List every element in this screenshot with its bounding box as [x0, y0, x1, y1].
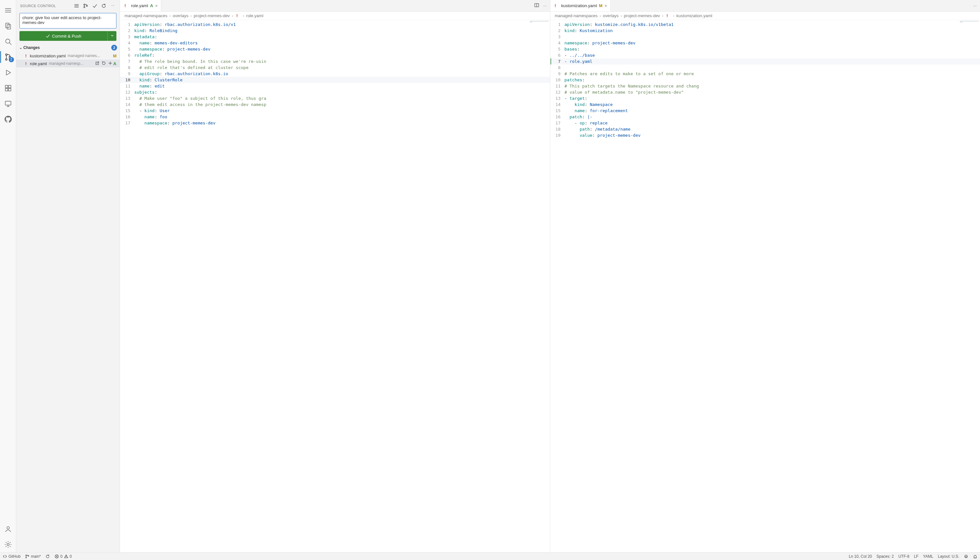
breadcrumb-separator: › — [190, 13, 192, 18]
editor-tab[interactable]: !role.yamlA× — [120, 0, 161, 11]
line-number: 18 — [550, 126, 564, 132]
branch-action-icon[interactable] — [83, 3, 88, 8]
code-content: name: edit — [134, 83, 550, 89]
code-content: patch: |- — [564, 114, 980, 120]
code-line: 11 name: edit — [120, 83, 550, 89]
svg-rect-13 — [5, 88, 8, 91]
code-content: namespace: project-memes-dev — [134, 120, 550, 126]
line-number: 17 — [550, 120, 564, 126]
status-layout[interactable]: Layout: U.S. — [938, 554, 959, 559]
svg-rect-14 — [8, 88, 11, 91]
minimap[interactable]: ██ ████ ██ █ ███ ██ ████ █ ██ ███ ██ █ █… — [960, 21, 979, 50]
status-branch[interactable]: main* — [25, 554, 41, 559]
code-line: 10 kind: ClusterRole — [120, 77, 550, 83]
tab-filename: kustomization.yaml — [561, 3, 597, 8]
breadcrumb-segment: role.yaml — [246, 13, 263, 18]
code-line: 3 — [550, 34, 980, 40]
line-number: 14 — [550, 102, 564, 108]
code-content: - kind: User — [134, 108, 550, 114]
code-line: 12# value of metadata.name to "project-m… — [550, 89, 980, 95]
stage-icon[interactable] — [108, 61, 112, 67]
more-icon[interactable]: ··· — [543, 3, 547, 8]
line-number: 19 — [550, 132, 564, 138]
status-errors: 0 — [60, 554, 63, 559]
open-file-icon[interactable] — [95, 61, 100, 67]
minimap[interactable]: ██ ████ ██ █ ███ ██ ████ █ ██ ███ ██ █ █… — [530, 21, 549, 50]
yaml-file-icon: ! — [123, 3, 127, 8]
yaml-file-icon: ! — [235, 13, 239, 18]
changes-list: !kustomization.yamlmanaged-names...M!rol… — [16, 52, 120, 67]
status-feedback-icon[interactable] — [964, 554, 968, 559]
menu-icon[interactable] — [0, 3, 16, 18]
code-line: 12subjects: — [120, 89, 550, 95]
code-editor[interactable]: 1apiVersion: kustomize.config.k8s.io/v1b… — [550, 20, 980, 552]
discard-icon[interactable] — [102, 61, 106, 67]
code-content: name: memes-dev-editors — [134, 40, 550, 46]
code-content: apiGroup: rbac.authorization.k8s.io — [134, 71, 550, 77]
github-icon[interactable] — [0, 112, 16, 127]
code-line: 1apiVersion: kustomize.config.k8s.io/v1b… — [550, 22, 980, 28]
code-line: 17 namespace: project-memes-dev — [120, 120, 550, 126]
line-number: 4 — [120, 40, 134, 46]
status-problems[interactable]: 0 0 — [55, 554, 72, 559]
status-bell-icon[interactable] — [973, 554, 977, 559]
code-editor[interactable]: 1apiVersion: rbac.authorization.k8s.io/v… — [120, 20, 550, 552]
source-control-icon[interactable]: 2 — [0, 49, 16, 65]
commit-dropdown-button[interactable] — [107, 31, 117, 41]
svg-marker-10 — [6, 70, 10, 75]
settings-gear-icon[interactable] — [0, 537, 16, 552]
commit-push-button[interactable]: Commit & Push — [20, 31, 107, 41]
code-line: 4 name: memes-dev-editors — [120, 40, 550, 46]
change-item[interactable]: !role.yamlmanaged-namesp...A — [16, 60, 120, 67]
line-number: 13 — [120, 95, 134, 102]
code-content: bases: — [564, 46, 980, 52]
tab-bar: !kustomization.yamlM×··· — [550, 0, 980, 12]
run-debug-icon[interactable] — [0, 65, 16, 80]
more-icon[interactable]: ··· — [110, 3, 116, 8]
status-sync[interactable] — [45, 554, 50, 559]
change-filename: role.yaml — [30, 61, 47, 66]
refresh-icon[interactable] — [101, 3, 107, 8]
status-lang[interactable]: YAML — [923, 554, 933, 559]
remote-icon[interactable] — [0, 96, 16, 112]
status-encoding[interactable]: UTF-8 — [898, 554, 909, 559]
change-filename: kustomization.yaml — [30, 53, 66, 58]
close-tab-icon[interactable]: × — [155, 3, 158, 8]
view-tree-icon[interactable] — [73, 3, 79, 8]
yaml-file-icon: ! — [24, 53, 28, 58]
code-content: name: foo — [134, 114, 550, 120]
check-icon[interactable] — [92, 3, 98, 8]
editor-tab[interactable]: !kustomization.yamlM× — [550, 0, 611, 11]
code-line: 9 apiGroup: rbac.authorization.k8s.io — [120, 71, 550, 77]
line-number: 4 — [550, 40, 564, 46]
status-spaces[interactable]: Spaces: 2 — [876, 554, 894, 559]
code-line: 5 namespace: project-memes-dev — [120, 46, 550, 52]
line-number: 12 — [120, 89, 134, 95]
search-icon[interactable] — [0, 34, 16, 49]
breadcrumb-separator: › — [662, 13, 663, 18]
code-content: - op: replace — [564, 120, 980, 126]
code-content: apiVersion: kustomize.config.k8s.io/v1be… — [564, 22, 980, 28]
code-line: 19 value: project-memes-dev — [550, 132, 980, 138]
commit-message-input[interactable]: chore: give foo user edit access to proj… — [20, 13, 117, 28]
code-content: # Make user "foo" a subject of this role… — [134, 95, 550, 102]
change-item[interactable]: !kustomization.yamlmanaged-names...M — [16, 52, 120, 60]
status-github[interactable]: GitHub — [3, 554, 20, 559]
status-eol[interactable]: LF — [914, 554, 918, 559]
explorer-icon[interactable] — [0, 18, 16, 34]
close-tab-icon[interactable]: × — [604, 3, 607, 8]
breadcrumb[interactable]: managed-namespaces›overlays›project-meme… — [550, 12, 980, 20]
changes-section-header[interactable]: ⌄ Changes 2 — [16, 43, 120, 52]
code-line: 3metadata: — [120, 34, 550, 40]
breadcrumb-segment: kustomization.yaml — [676, 13, 713, 18]
status-cursor[interactable]: Ln 10, Col 20 — [849, 554, 871, 559]
breadcrumb-segment: managed-namespaces — [555, 13, 598, 18]
chevron-down-icon: ⌄ — [18, 45, 23, 50]
tab-status: A — [150, 3, 153, 8]
split-editor-icon[interactable] — [534, 3, 539, 9]
more-icon[interactable]: ··· — [973, 3, 977, 8]
accounts-icon[interactable] — [0, 521, 16, 537]
extensions-icon[interactable] — [0, 80, 16, 96]
line-number: 7 — [120, 58, 134, 65]
breadcrumb[interactable]: managed-namespaces›overlays›project-meme… — [120, 12, 550, 20]
